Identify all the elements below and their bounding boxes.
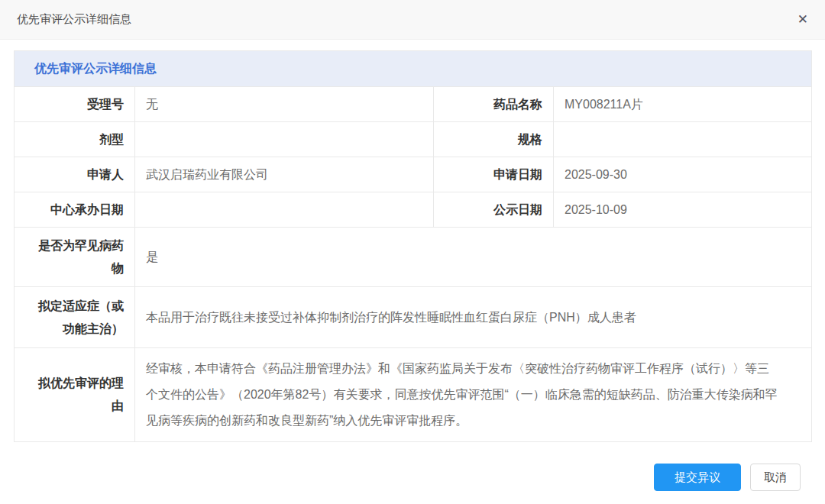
table-caption-row: 优先审评公示详细信息: [15, 51, 812, 87]
table-row: 是否为罕见病药物 是: [15, 228, 812, 287]
label-acceptance-no: 受理号: [15, 87, 135, 122]
label-center-accept-date: 中心承办日期: [15, 192, 135, 228]
value-apply-date: 2025-09-30: [554, 157, 812, 192]
label-rare-disease: 是否为罕见病药物: [15, 228, 135, 287]
modal-title: 优先审评公示详细信息: [17, 12, 131, 27]
priority-review-detail-modal: 优先审评公示详细信息 ✕ 优先审评公示详细信息 受理号 无 药品名称 MY008…: [0, 0, 825, 442]
table-row: 受理号 无 药品名称 MY008211A片: [15, 87, 812, 122]
value-drug-name: MY008211A片: [554, 87, 812, 122]
cancel-button[interactable]: 取消: [750, 464, 801, 491]
label-publicity-date: 公示日期: [434, 192, 554, 228]
table-row: 剂型 规格: [15, 122, 812, 157]
label-dosage-form: 剂型: [15, 122, 135, 157]
value-publicity-date: 2025-10-09: [554, 192, 812, 228]
value-priority-reason: 经审核，本申请符合《药品注册管理办法》和《国家药监局关于发布〈突破性治疗药物审评…: [135, 348, 812, 442]
label-specification: 规格: [434, 122, 554, 157]
value-applicant: 武汉启瑞药业有限公司: [135, 157, 434, 192]
label-apply-date: 申请日期: [434, 157, 554, 192]
table-row: 中心承办日期 公示日期 2025-10-09: [15, 192, 812, 228]
label-indication: 拟定适应症（或功能主治）: [15, 287, 135, 348]
detail-table: 优先审评公示详细信息 受理号 无 药品名称 MY008211A片 剂型 规格 申…: [14, 50, 812, 442]
table-row: 拟优先审评的理由 经审核，本申请符合《药品注册管理办法》和《国家药监局关于发布〈…: [15, 348, 812, 442]
label-drug-name: 药品名称: [434, 87, 554, 122]
close-icon[interactable]: ✕: [793, 10, 813, 29]
value-indication: 本品用于治疗既往未接受过补体抑制剂治疗的阵发性睡眠性血红蛋白尿症（PNH）成人患…: [135, 287, 812, 348]
modal-header: 优先审评公示详细信息 ✕: [0, 0, 825, 40]
modal-body: 优先审评公示详细信息 受理号 无 药品名称 MY008211A片 剂型 规格 申…: [0, 40, 825, 442]
value-center-accept-date: [135, 192, 434, 228]
label-priority-reason: 拟优先审评的理由: [15, 348, 135, 442]
table-caption: 优先审评公示详细信息: [15, 51, 812, 87]
value-specification: [554, 122, 812, 157]
label-applicant: 申请人: [15, 157, 135, 192]
value-acceptance-no: 无: [135, 87, 434, 122]
value-dosage-form: [135, 122, 434, 157]
table-row: 申请人 武汉启瑞药业有限公司 申请日期 2025-09-30: [15, 157, 812, 192]
value-rare-disease: 是: [135, 228, 812, 287]
modal-footer: 提交异议 取消: [654, 464, 801, 491]
table-row: 拟定适应症（或功能主治） 本品用于治疗既往未接受过补体抑制剂治疗的阵发性睡眠性血…: [15, 287, 812, 348]
submit-objection-button[interactable]: 提交异议: [654, 464, 741, 491]
